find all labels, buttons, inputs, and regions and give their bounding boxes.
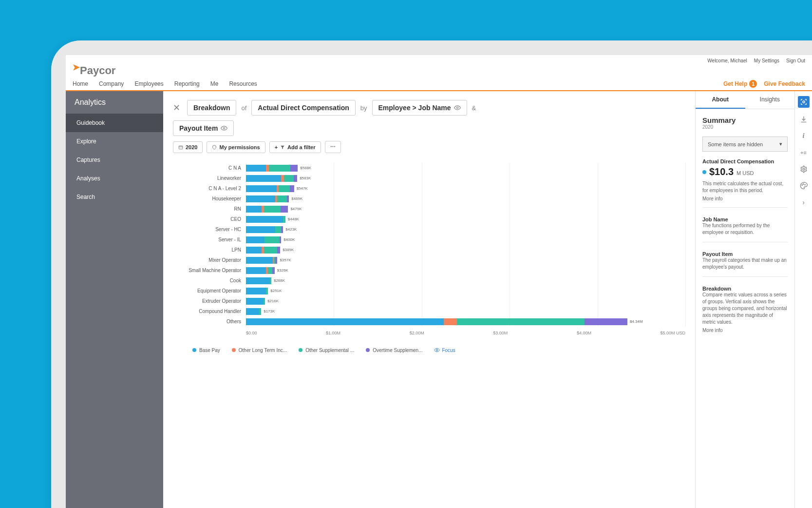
bar-segment[interactable] xyxy=(246,195,275,202)
sign-out-link[interactable]: Sign Out xyxy=(786,58,805,63)
pill-breakdown[interactable]: Breakdown xyxy=(187,100,236,116)
bar-segment[interactable] xyxy=(246,267,266,274)
gear-icon[interactable] xyxy=(799,164,809,174)
breakdown-more-info[interactable]: More info xyxy=(702,328,788,333)
bar-segment[interactable] xyxy=(444,318,457,325)
year-filter[interactable]: 2020 xyxy=(173,141,203,153)
bar-segment[interactable] xyxy=(259,308,262,315)
bar-segment[interactable] xyxy=(246,185,277,192)
bar-segment[interactable] xyxy=(270,277,271,284)
chart-row[interactable]: RN$479K xyxy=(173,204,685,214)
bar-segment[interactable] xyxy=(246,277,270,284)
bar-segment[interactable] xyxy=(246,247,262,254)
bar-segment[interactable] xyxy=(246,308,259,315)
bar-segment[interactable] xyxy=(283,216,285,223)
legend-item[interactable]: Other Long Term Inc... xyxy=(232,348,287,353)
bar-segment[interactable] xyxy=(268,267,272,274)
chart-row[interactable]: Compound Handler$173K xyxy=(173,306,685,316)
bar-segment[interactable] xyxy=(246,257,273,264)
chart-row[interactable]: Equipment Operator$251K xyxy=(173,286,685,296)
bar-segment[interactable] xyxy=(290,185,294,192)
sidebar-item-guidebook[interactable]: Guidebook xyxy=(66,114,163,132)
bar-segment[interactable] xyxy=(284,175,294,182)
chart-row[interactable]: Cook$288K xyxy=(173,275,685,286)
chart-row[interactable]: Housekeeper$489K xyxy=(173,194,685,204)
bar-segment[interactable] xyxy=(264,206,281,213)
bar-segment[interactable] xyxy=(272,267,275,274)
chart-row[interactable]: Server - HC$423K xyxy=(173,224,685,234)
bar-segment[interactable] xyxy=(246,318,444,325)
bar-segment[interactable] xyxy=(246,206,262,213)
bar-segment[interactable] xyxy=(290,165,298,172)
bar-segment[interactable] xyxy=(246,236,264,243)
nav-company[interactable]: Company xyxy=(99,80,124,87)
bar-segment[interactable] xyxy=(279,185,290,192)
chart-row[interactable]: Mixer Operator$357K xyxy=(173,255,685,265)
bar-segment[interactable] xyxy=(585,318,627,325)
capture-icon[interactable] xyxy=(798,96,810,108)
bar-segment[interactable] xyxy=(269,165,290,172)
legend-item[interactable]: Base Pay xyxy=(192,348,220,353)
bar-segment[interactable] xyxy=(281,206,288,213)
bar-segment[interactable] xyxy=(246,288,266,294)
info-icon[interactable]: i xyxy=(799,131,809,141)
bar-segment[interactable] xyxy=(246,165,266,172)
legend-item[interactable]: Overtime Supplemen... xyxy=(366,348,422,353)
give-feedback-link[interactable]: Give Feedback xyxy=(764,80,805,87)
sidebar-item-captures[interactable]: Captures xyxy=(66,151,163,169)
palette-icon[interactable] xyxy=(799,181,809,191)
chart-row[interactable]: Server - IL$400K xyxy=(173,234,685,245)
chart-row[interactable]: Small Machine Operator$326K xyxy=(173,265,685,275)
nav-reporting[interactable]: Reporting xyxy=(174,80,200,87)
legend-item[interactable]: Other Supplemental ... xyxy=(299,348,354,353)
bar-segment[interactable] xyxy=(246,216,283,223)
sidebar-item-analyses[interactable]: Analyses xyxy=(66,169,163,188)
chart-row[interactable]: Extruder Operator$216K xyxy=(173,296,685,306)
chart-row[interactable]: CEO$448K xyxy=(173,214,685,224)
bar-segment[interactable] xyxy=(246,298,264,305)
bar-segment[interactable] xyxy=(266,288,268,294)
close-icon[interactable]: ✕ xyxy=(173,102,180,113)
download-icon[interactable] xyxy=(799,115,809,124)
bar-segment[interactable] xyxy=(246,175,281,182)
bar-segment[interactable] xyxy=(277,247,280,254)
nav-home[interactable]: Home xyxy=(73,80,88,87)
hidden-items-select[interactable]: Some items are hidden ▾ xyxy=(702,137,788,152)
chart-row[interactable]: Others$4.34M xyxy=(173,316,685,327)
sidebar-item-explore[interactable]: Explore xyxy=(66,132,163,151)
tab-insights[interactable]: Insights xyxy=(745,91,795,109)
bar-segment[interactable] xyxy=(264,236,280,243)
more-options-button[interactable]: ⋯ xyxy=(325,141,341,153)
pill-metric[interactable]: Actual Direct Compensation xyxy=(251,100,355,116)
focus-link[interactable]: Focus xyxy=(434,347,455,353)
bar-segment[interactable] xyxy=(275,257,278,264)
bar-segment[interactable] xyxy=(264,247,277,254)
bar-segment[interactable] xyxy=(287,195,289,202)
bar-segment[interactable] xyxy=(457,318,585,325)
tab-about[interactable]: About xyxy=(696,91,745,109)
nav-employees[interactable]: Employees xyxy=(134,80,163,87)
add-column-icon[interactable]: +≡ xyxy=(799,148,809,157)
bar-segment[interactable] xyxy=(281,226,283,233)
pill-segment[interactable]: Payout Item xyxy=(173,120,234,136)
bar-segment[interactable] xyxy=(264,298,265,305)
chart-row[interactable]: Lineworker$583K xyxy=(173,173,685,183)
bar-segment[interactable] xyxy=(275,226,282,233)
nav-me[interactable]: Me xyxy=(210,80,219,87)
chart-row[interactable]: C N A - Level 2$547K xyxy=(173,183,685,194)
bar-segment[interactable] xyxy=(294,175,297,182)
my-settings-link[interactable]: My Settings xyxy=(754,58,779,63)
get-help-link[interactable]: Get Help 1 xyxy=(723,80,757,88)
bar-segment[interactable] xyxy=(246,226,275,233)
nav-resources[interactable]: Resources xyxy=(229,80,257,87)
bar-segment[interactable] xyxy=(277,195,287,202)
chart-row[interactable]: LPN$389K xyxy=(173,245,685,255)
chart-row[interactable]: C N A$588K xyxy=(173,163,685,173)
metric-more-info[interactable]: More info xyxy=(702,196,788,201)
add-filter-button[interactable]: + Add a filter xyxy=(269,141,321,153)
chevron-right-icon[interactable]: › xyxy=(799,197,809,207)
sidebar-item-search[interactable]: Search xyxy=(66,188,163,206)
bar-segment[interactable] xyxy=(280,236,282,243)
permissions-filter[interactable]: My permissions xyxy=(207,141,265,153)
pill-group[interactable]: Employee > Job Name xyxy=(372,100,467,116)
